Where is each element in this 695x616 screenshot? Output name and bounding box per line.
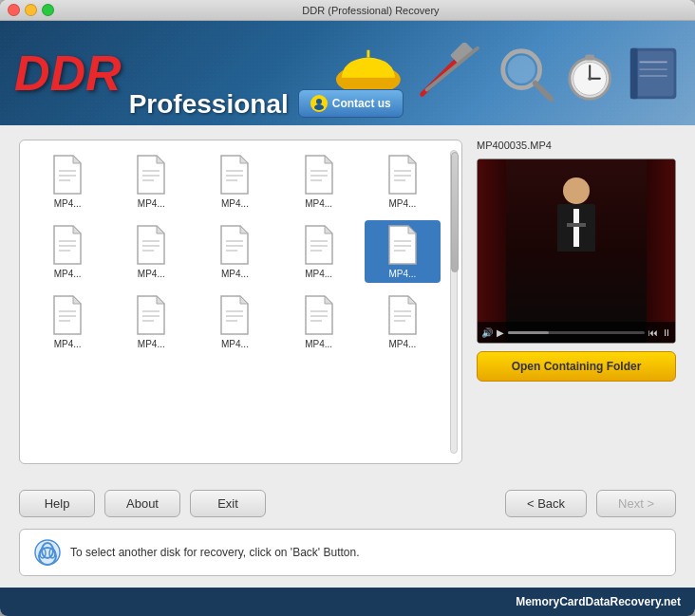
file-item[interactable]: MP4... xyxy=(365,220,441,283)
footer: MemoryCardDataRecovery.net xyxy=(0,588,695,616)
file-item[interactable]: MP4... xyxy=(29,150,105,213)
play-icon: ▶ xyxy=(497,327,504,338)
file-icon xyxy=(385,224,421,266)
preview-panel: MP400035.MP4 xyxy=(477,140,676,464)
file-icon xyxy=(133,154,169,196)
file-grid: MP4... MP4... MP4... MP4... MP4... xyxy=(29,150,452,353)
file-label: MP4... xyxy=(54,269,82,279)
right-buttons: < Back Next > xyxy=(505,490,676,517)
file-icon xyxy=(301,294,337,336)
back-button[interactable]: < Back xyxy=(505,490,587,517)
scrollbar-track xyxy=(450,150,458,454)
status-bar: To select another disk for recovery, cli… xyxy=(19,529,676,576)
left-buttons: Help About Exit xyxy=(19,490,266,517)
about-button[interactable]: About xyxy=(104,490,180,517)
svg-rect-14 xyxy=(586,54,595,60)
person-shirt xyxy=(557,204,595,252)
svg-point-1 xyxy=(314,104,324,110)
scrollbar[interactable] xyxy=(450,150,460,454)
rewind-icon: ⏮ xyxy=(648,327,658,338)
file-icon xyxy=(216,224,253,266)
magnifier-icon xyxy=(496,43,555,104)
file-item[interactable]: MP4... xyxy=(113,150,189,213)
logo-professional: Professional xyxy=(129,89,289,120)
file-label: MP4... xyxy=(388,339,416,349)
volume-icon: 🔊 xyxy=(481,327,493,338)
book-icon xyxy=(626,43,681,104)
svg-point-0 xyxy=(316,99,322,104)
file-icon xyxy=(216,294,253,336)
file-label: MP4... xyxy=(138,198,165,209)
file-item[interactable]: MP4... xyxy=(197,150,272,213)
file-label: MP4... xyxy=(388,198,416,209)
bottom-bar: Help About Exit < Back Next > xyxy=(0,478,695,529)
file-item[interactable]: MP4... xyxy=(365,150,441,213)
file-label: MP4... xyxy=(54,198,82,209)
help-button[interactable]: Help xyxy=(19,490,95,517)
status-icon xyxy=(34,539,61,566)
file-icon xyxy=(216,154,253,196)
main-window: DDR (Professional) Recovery DDR Professi… xyxy=(0,0,695,616)
file-icon xyxy=(49,224,85,266)
file-icon xyxy=(385,154,421,196)
person-body xyxy=(557,204,595,271)
progress-bar[interactable] xyxy=(508,331,645,334)
file-item[interactable]: MP4... xyxy=(281,290,357,353)
minimize-button[interactable] xyxy=(25,4,37,16)
file-item[interactable]: MP4... xyxy=(365,290,441,353)
close-button[interactable] xyxy=(8,4,20,16)
file-item[interactable]: MP4... xyxy=(281,220,357,283)
file-item[interactable]: MP4... xyxy=(197,290,272,353)
file-label: MP4... xyxy=(221,339,249,349)
file-icon xyxy=(301,154,337,196)
file-label: MP4... xyxy=(221,269,249,279)
next-button[interactable]: Next > xyxy=(596,490,676,517)
file-label: MP4... xyxy=(138,269,165,279)
video-controls[interactable]: 🔊 ▶ ⏮ ⏸ xyxy=(478,322,675,343)
video-frame xyxy=(478,159,675,343)
contact-button-label: Contact us xyxy=(332,97,391,110)
window-controls xyxy=(8,4,54,16)
contact-icon xyxy=(310,95,328,112)
file-label: MP4... xyxy=(221,198,249,209)
file-item[interactable]: MP4... xyxy=(29,220,105,283)
person-stripe xyxy=(567,223,586,227)
exit-button[interactable]: Exit xyxy=(190,490,266,517)
file-item[interactable]: MP4... xyxy=(29,290,105,353)
file-label: MP4... xyxy=(54,339,82,349)
footer-text: MemoryCardDataRecovery.net xyxy=(516,595,681,608)
svg-point-15 xyxy=(589,76,592,80)
contact-button[interactable]: Contact us xyxy=(298,89,404,118)
svg-rect-18 xyxy=(630,47,638,98)
svg-point-8 xyxy=(508,55,535,83)
file-item[interactable]: MP4... xyxy=(281,150,357,213)
open-folder-button[interactable]: Open Containing Folder xyxy=(477,351,676,382)
preview-filename: MP400035.MP4 xyxy=(477,140,676,151)
file-icon xyxy=(49,154,85,196)
maximize-button[interactable] xyxy=(42,4,54,16)
tools-icon xyxy=(413,43,487,104)
scrollbar-thumb xyxy=(451,152,459,272)
file-item[interactable]: MP4... xyxy=(113,290,189,353)
status-message: To select another disk for recovery, cli… xyxy=(70,546,360,559)
file-item[interactable]: MP4... xyxy=(113,220,189,283)
file-item[interactable]: MP4... xyxy=(197,220,272,283)
file-icon xyxy=(133,294,169,336)
file-label: MP4... xyxy=(388,269,416,279)
pause-icon: ⏸ xyxy=(662,327,671,338)
main-content: MP4... MP4... MP4... MP4... MP4... xyxy=(0,125,695,478)
video-preview: 🔊 ▶ ⏮ ⏸ xyxy=(477,159,676,344)
file-label: MP4... xyxy=(305,339,332,349)
file-icon xyxy=(133,224,169,266)
curtain-left xyxy=(478,159,506,343)
person-head xyxy=(563,177,590,204)
window-title: DDR (Professional) Recovery xyxy=(54,5,687,16)
file-label: MP4... xyxy=(138,339,165,349)
logo-ddr: DDR xyxy=(14,48,122,98)
curtain-right xyxy=(647,159,675,343)
person-figure xyxy=(548,177,605,301)
svg-line-9 xyxy=(535,83,551,98)
progress-fill xyxy=(508,331,549,334)
file-panel: MP4... MP4... MP4... MP4... MP4... xyxy=(19,140,462,464)
svg-rect-17 xyxy=(633,50,674,96)
